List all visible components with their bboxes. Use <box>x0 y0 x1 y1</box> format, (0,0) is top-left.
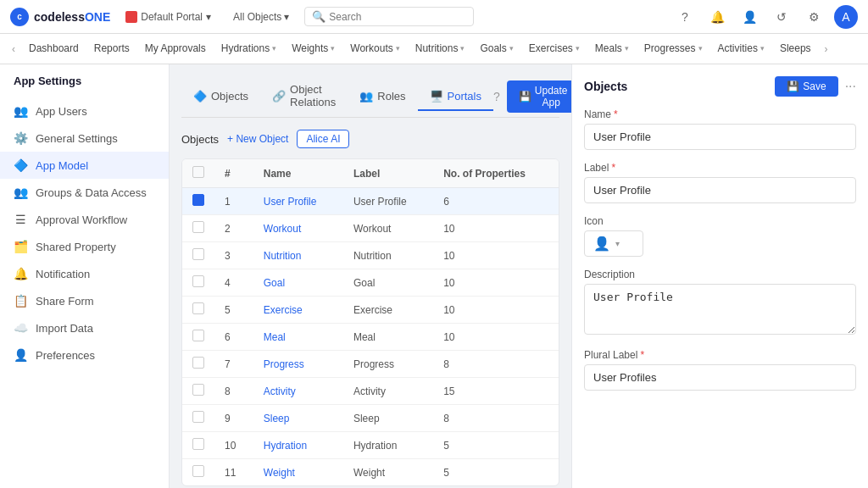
table-row[interactable]: 8 Activity Activity 15 <box>182 378 559 405</box>
update-app-button[interactable]: 💾 Update App ▾ <box>507 80 571 113</box>
sidebar-item-share-form[interactable]: 📋 Share Form <box>0 287 169 314</box>
search-icon: 🔍 <box>312 10 326 23</box>
alice-ai-label: Alice AI <box>306 133 340 145</box>
row-name[interactable]: User Profile <box>253 188 343 215</box>
settings-icon[interactable]: ⚙ <box>802 5 826 29</box>
nav-item-workouts[interactable]: Workouts ▾ <box>343 34 406 64</box>
nav-item-meals[interactable]: Meals ▾ <box>588 34 636 64</box>
row-checkbox[interactable] <box>192 248 204 260</box>
nav-item-progresses[interactable]: Progresses ▾ <box>637 34 709 64</box>
nav-item-exercises[interactable]: Exercises ▾ <box>522 34 587 64</box>
nav-item-sleeps[interactable]: Sleeps <box>773 34 818 64</box>
row-checkbox[interactable] <box>192 221 204 233</box>
row-checkbox[interactable] <box>192 438 204 450</box>
row-label: Hydration <box>343 432 433 459</box>
nav-right-arrow[interactable]: › <box>820 34 833 64</box>
row-name[interactable]: Activity <box>253 378 343 405</box>
sidebar-item-app-users[interactable]: 👥 App Users <box>0 97 169 125</box>
search-input[interactable] <box>329 11 448 23</box>
new-object-button[interactable]: + New Object <box>227 133 288 145</box>
table-row[interactable]: 3 Nutrition Nutrition 10 <box>182 242 559 269</box>
portal-button[interactable]: Default Portal ▾ <box>119 8 218 26</box>
row-checkbox[interactable] <box>192 302 204 314</box>
shared-property-icon: 🗂️ <box>14 240 27 253</box>
sidebar-item-app-model[interactable]: 🔷 App Model <box>0 152 169 179</box>
row-num: 9 <box>214 405 253 432</box>
help-icon[interactable]: ? <box>673 5 697 29</box>
plural-label-field-input[interactable] <box>584 364 856 391</box>
tab-portals[interactable]: 🖥️ Portals <box>418 83 493 111</box>
row-name[interactable]: Weight <box>253 459 343 486</box>
row-name[interactable]: Meal <box>253 324 343 351</box>
tab-object-relations[interactable]: 🔗 Object Relations <box>260 76 348 117</box>
right-panel-header: Objects 💾 Save ··· <box>584 76 856 97</box>
row-name[interactable]: Sleep <box>253 405 343 432</box>
all-objects-button[interactable]: All Objects ▾ <box>226 8 296 26</box>
row-name[interactable]: Nutrition <box>253 242 343 269</box>
table-row[interactable]: 2 Workout Workout 10 <box>182 215 559 242</box>
tab-objects[interactable]: 🔷 Objects <box>181 83 260 111</box>
table-row[interactable]: 5 Exercise Exercise 10 <box>182 297 559 324</box>
nav-item-dashboard[interactable]: Dashboard <box>22 34 86 64</box>
nav-item-nutritions[interactable]: Nutritions ▾ <box>409 34 472 64</box>
row-checkbox[interactable] <box>192 330 204 341</box>
more-options-button[interactable]: ··· <box>845 79 856 94</box>
label-field-input[interactable] <box>584 177 856 203</box>
sidebar-label-approval: Approval Workflow <box>36 214 127 226</box>
row-checkbox[interactable] <box>192 194 204 206</box>
row-name[interactable]: Goal <box>253 269 343 297</box>
sidebar-item-approval-workflow[interactable]: ☰ Approval Workflow <box>0 206 169 233</box>
sidebar-item-import-data[interactable]: ☁️ Import Data <box>0 314 169 341</box>
sidebar-item-preferences[interactable]: 👤 Preferences <box>0 341 169 369</box>
row-checkbox[interactable] <box>192 357 204 369</box>
nav-item-reports[interactable]: Reports <box>87 34 136 64</box>
sidebar-item-groups-data-access[interactable]: 👥 Groups & Data Access <box>0 179 169 206</box>
row-checkbox[interactable] <box>192 465 204 477</box>
users-icon[interactable]: 👤 <box>737 5 761 29</box>
description-field-input[interactable] <box>584 284 856 335</box>
sidebar-item-general-settings[interactable]: ⚙️ General Settings <box>0 125 169 152</box>
nav-item-weights[interactable]: Weights ▾ <box>285 34 342 64</box>
tab-help-icon[interactable]: ? <box>493 90 500 103</box>
nav-item-goals[interactable]: Goals ▾ <box>473 34 520 64</box>
approval-icon: ☰ <box>14 213 27 226</box>
table-row[interactable]: 7 Progress Progress 8 <box>182 351 559 378</box>
row-num: 10 <box>214 432 253 459</box>
row-name[interactable]: Progress <box>253 351 343 378</box>
row-checkbox[interactable] <box>192 275 204 287</box>
row-checkbox[interactable] <box>192 384 204 396</box>
nav-item-activities[interactable]: Activities ▾ <box>711 34 771 64</box>
save-button[interactable]: 💾 Save <box>775 76 837 97</box>
portal-chevron: ▾ <box>206 11 211 23</box>
row-checkbox[interactable] <box>192 411 204 423</box>
table-row[interactable]: 11 Weight Weight 5 <box>182 459 559 486</box>
refresh-icon[interactable]: ↺ <box>770 5 793 29</box>
table-row[interactable]: 4 Goal Goal 10 <box>182 269 559 297</box>
table-row[interactable]: 1 User Profile User Profile 6 <box>182 188 559 215</box>
row-name[interactable]: Exercise <box>253 297 343 324</box>
sidebar-item-shared-property[interactable]: 🗂️ Shared Property <box>0 233 169 260</box>
select-all-checkbox[interactable] <box>192 166 204 178</box>
table-row[interactable]: 10 Hydration Hydration 5 <box>182 432 559 459</box>
nav-left-arrow[interactable]: ‹ <box>7 34 20 64</box>
table-row[interactable]: 9 Sleep Sleep 8 <box>182 405 559 432</box>
name-field-input[interactable] <box>584 124 856 150</box>
row-num: 5 <box>214 297 253 324</box>
search-bar[interactable]: 🔍 <box>304 7 474 26</box>
col-props: No. of Properties <box>433 159 559 188</box>
row-name[interactable]: Workout <box>253 215 343 242</box>
portal-label: Default Portal <box>141 11 203 23</box>
tab-roles[interactable]: 👥 Roles <box>348 83 417 111</box>
avatar[interactable]: A <box>834 5 858 29</box>
name-required: * <box>614 108 618 120</box>
alice-ai-button[interactable]: Alice AI <box>297 130 349 148</box>
logo-icon: c <box>10 8 29 26</box>
objects-tab-icon: 🔷 <box>193 90 207 103</box>
icon-select[interactable]: 👤 ▾ <box>584 230 643 257</box>
nav-item-approvals[interactable]: My Approvals <box>138 34 213 64</box>
row-name[interactable]: Hydration <box>253 432 343 459</box>
table-row[interactable]: 6 Meal Meal 10 <box>182 324 559 351</box>
sidebar-item-notification[interactable]: 🔔 Notification <box>0 260 169 287</box>
nav-item-hydrations[interactable]: Hydrations ▾ <box>214 34 283 64</box>
notifications-icon[interactable]: 🔔 <box>705 5 729 29</box>
